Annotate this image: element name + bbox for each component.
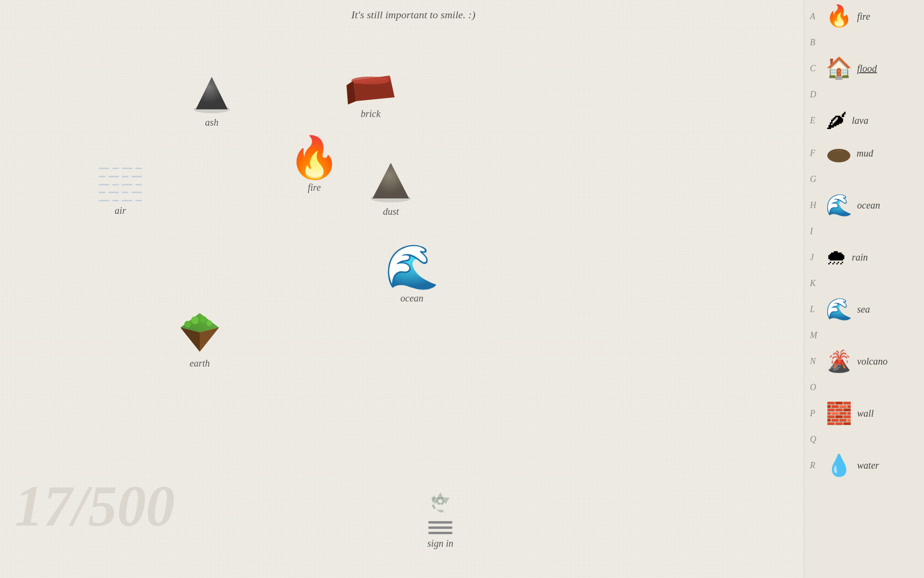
svg-point-3 <box>184 321 191 328</box>
sign-in-button[interactable]: ♻ sign in <box>426 488 455 549</box>
sidebar-fire-emoji: 🔥 <box>826 6 852 27</box>
sidebar-sea-label: sea <box>857 304 870 315</box>
sidebar-item-ocean[interactable]: H 🌊 ocean <box>804 189 924 222</box>
sidebar-item-sea[interactable]: L 🌊 sea <box>804 293 924 326</box>
svg-point-1 <box>351 77 390 84</box>
sidebar-item-water[interactable]: R 💧 water <box>804 449 924 482</box>
sidebar-letter-l: L <box>810 304 815 315</box>
sidebar-mud-label: mud <box>857 148 873 159</box>
canvas-item-dust[interactable]: dust <box>366 159 416 217</box>
sidebar-letter-n: N <box>810 356 816 367</box>
canvas-item-ocean[interactable]: 🌊 ocean <box>385 246 439 304</box>
ocean-icon: 🌊 <box>385 246 439 289</box>
sidebar-item-m: M <box>804 326 924 345</box>
sidebar-wall-emoji: 🧱 <box>826 401 852 426</box>
earth-icon <box>173 306 226 354</box>
sidebar-rain-emoji: 🌧 <box>826 245 847 270</box>
sidebar-letter-c: C <box>810 64 816 74</box>
sidebar-letter-e: E <box>810 116 815 126</box>
header-message: It's still important to smile. :) <box>351 9 475 21</box>
sidebar-item-mud[interactable]: F mud <box>804 137 924 170</box>
sidebar-item-i: I <box>804 222 924 241</box>
brick-icon <box>344 73 397 105</box>
sidebar-letter-p: P <box>810 408 815 419</box>
brick-label: brick <box>360 108 380 119</box>
sidebar-rain-label: rain <box>852 252 868 263</box>
sidebar-letter-b: B <box>810 38 815 48</box>
sidebar-item-volcano[interactable]: N 🌋 volcano <box>804 345 924 378</box>
sidebar-item-o: O <box>804 378 924 397</box>
sidebar-item-g: G <box>804 170 924 189</box>
fire-icon: 🔥 <box>289 137 340 178</box>
sidebar-sea-emoji: 🌊 <box>826 297 852 322</box>
sign-in-label: sign in <box>427 538 453 549</box>
fire-label: fire <box>308 182 321 193</box>
sidebar-item-rain[interactable]: J 🌧 rain <box>804 241 924 274</box>
sidebar-letter-j: J <box>810 252 814 263</box>
sidebar-letter-a: A <box>810 12 815 22</box>
sidebar-volcano-label: volcano <box>857 356 887 367</box>
sidebar-item-wall[interactable]: P 🧱 wall <box>804 397 924 430</box>
sidebar-volcano-emoji: 🌋 <box>826 349 852 374</box>
sidebar-flood-label: flood <box>857 63 877 74</box>
sidebar-lava-emoji: 🌶 <box>826 108 847 133</box>
sidebar-letter-m: M <box>810 330 817 341</box>
sidebar-letter-r: R <box>810 460 815 471</box>
hamburger-menu <box>428 521 452 534</box>
svg-point-4 <box>191 316 199 324</box>
dust-label: dust <box>383 206 399 217</box>
sidebar-fire-label: fire <box>857 11 870 22</box>
canvas-item-ash[interactable]: ash <box>190 75 233 128</box>
recycle-icon: ♻ <box>426 488 455 517</box>
dust-icon <box>366 159 416 202</box>
ash-label: ash <box>205 117 218 128</box>
canvas-item-fire[interactable]: 🔥 fire <box>289 137 340 193</box>
sidebar-letter-h: H <box>810 200 816 210</box>
canvas-item-brick[interactable]: brick <box>344 73 397 119</box>
svg-point-6 <box>206 320 212 326</box>
sidebar-letter-o: O <box>810 382 816 393</box>
sidebar-letter-g: G <box>810 174 816 184</box>
sidebar-water-label: water <box>857 460 879 471</box>
progress-counter: 17/500 <box>14 473 175 539</box>
sidebar-letter-q: Q <box>810 434 816 445</box>
ash-icon <box>190 75 233 113</box>
air-icon <box>94 168 147 201</box>
sidebar-item-d: D <box>804 85 924 104</box>
canvas-item-earth[interactable]: earth <box>173 306 226 369</box>
sidebar-letter-k: K <box>810 278 816 289</box>
earth-label: earth <box>190 358 210 369</box>
sidebar-flood-emoji: 🏠 <box>826 58 852 79</box>
canvas-item-air[interactable]: air <box>94 168 147 216</box>
sidebar-item-k: K <box>804 274 924 293</box>
sidebar-lava-label: lava <box>852 115 868 126</box>
sidebar-wall-label: wall <box>857 408 873 419</box>
sidebar: A 🔥 fire B C 🏠 flood D E 🌶 lava F mud G … <box>804 0 924 578</box>
sidebar-item-b: B <box>804 33 924 52</box>
sidebar-mud-emoji <box>826 144 852 163</box>
sidebar-letter-d: D <box>810 90 816 100</box>
sidebar-ocean-emoji: 🌊 <box>826 193 852 218</box>
sidebar-item-flood[interactable]: C 🏠 flood <box>804 52 924 85</box>
sidebar-letter-f: F <box>810 148 815 158</box>
sidebar-item-lava[interactable]: E 🌶 lava <box>804 104 924 137</box>
ocean-label: ocean <box>400 293 424 304</box>
sidebar-water-emoji: 💧 <box>826 453 852 478</box>
svg-point-5 <box>200 316 206 323</box>
sidebar-item-q: Q <box>804 430 924 449</box>
sidebar-ocean-label: ocean <box>857 200 880 211</box>
air-label: air <box>115 205 126 216</box>
sidebar-item-fire[interactable]: A 🔥 fire <box>804 0 924 33</box>
sidebar-letter-i: I <box>810 226 813 236</box>
svg-text:♻: ♻ <box>435 495 446 508</box>
